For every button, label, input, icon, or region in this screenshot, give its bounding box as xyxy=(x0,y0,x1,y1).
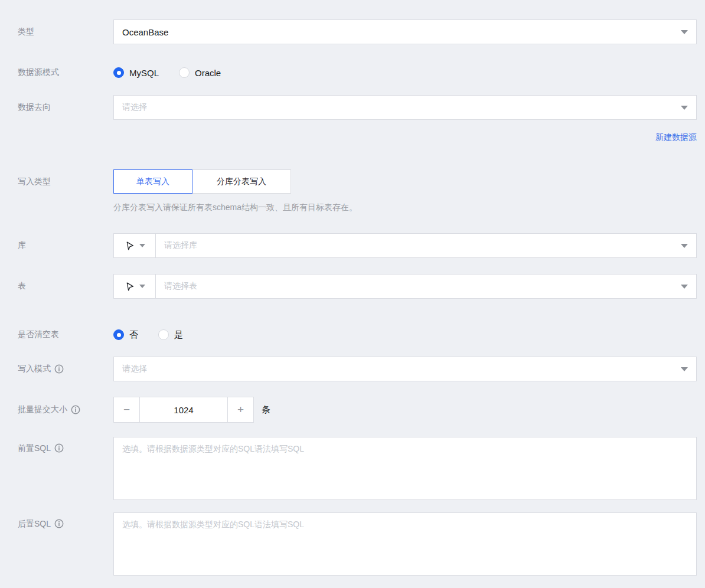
datasource-mode-row: 数据源模式 MySQL Oracle xyxy=(0,65,697,80)
write-type-hint: 分库分表写入请保证所有表schema结构一致、且所有目标表存在。 xyxy=(113,202,357,213)
batch-size-stepper: − 1024 + xyxy=(113,397,254,423)
destination-placeholder: 请选择 xyxy=(122,102,147,113)
datasource-destination-form: 类型 OceanBase 数据源模式 MySQL Oracle xyxy=(0,19,705,588)
write-type-row: 写入类型 单表写入 分库分表写入 xyxy=(0,169,697,194)
write-type-label: 写入类型 xyxy=(0,169,113,194)
chevron-down-icon xyxy=(681,106,688,110)
table-label: 表 xyxy=(0,274,113,299)
datasource-mode-label: 数据源模式 xyxy=(0,65,113,80)
datasource-mode-radio-group: MySQL Oracle xyxy=(113,67,221,78)
write-type-tab-group: 单表写入 分库分表写入 xyxy=(113,169,291,194)
radio-mysql[interactable]: MySQL xyxy=(113,67,159,78)
chevron-down-icon xyxy=(139,285,145,288)
info-icon[interactable] xyxy=(71,405,80,414)
new-datasource-row: 新建数据源 xyxy=(0,132,697,143)
radio-oracle[interactable]: Oracle xyxy=(179,67,221,78)
write-mode-placeholder: 请选择 xyxy=(122,364,147,374)
write-mode-label: 写入模式 xyxy=(18,364,51,374)
stepper-decrease-button[interactable]: − xyxy=(113,397,140,423)
chevron-down-icon xyxy=(681,285,688,289)
radio-yes[interactable]: 是 xyxy=(158,329,183,341)
write-type-hint-row: 分库分表写入请保证所有表schema结构一致、且所有目标表存在。 xyxy=(0,202,697,214)
cursor-select-icon xyxy=(125,241,135,251)
post-sql-textarea[interactable] xyxy=(113,512,697,576)
database-label: 库 xyxy=(0,233,113,258)
destination-label: 数据去向 xyxy=(0,95,113,120)
database-row: 库 请选择库 xyxy=(0,233,697,258)
pre-sql-textarea[interactable] xyxy=(113,437,697,500)
destination-row: 数据去向 请选择 xyxy=(0,95,697,120)
radio-no[interactable]: 否 xyxy=(113,329,138,341)
info-icon[interactable] xyxy=(54,443,64,453)
type-select-value: OceanBase xyxy=(122,27,168,37)
new-datasource-link[interactable]: 新建数据源 xyxy=(655,132,697,143)
chevron-down-icon xyxy=(681,244,688,248)
write-mode-row: 写入模式 请选择 xyxy=(0,357,697,381)
batch-size-unit: 条 xyxy=(262,404,270,416)
table-row: 表 请选择表 xyxy=(0,274,697,299)
tab-sharded-table-write[interactable]: 分库分表写入 xyxy=(192,169,291,194)
type-select[interactable]: OceanBase xyxy=(113,19,697,44)
write-mode-select[interactable]: 请选择 xyxy=(113,357,697,381)
database-placeholder: 请选择库 xyxy=(164,240,197,251)
truncate-radio-group: 否 是 xyxy=(113,329,183,341)
table-placeholder: 请选择表 xyxy=(164,281,197,292)
table-selector-mode-button[interactable] xyxy=(113,274,156,299)
pre-sql-label: 前置SQL xyxy=(18,443,51,454)
info-icon[interactable] xyxy=(54,519,64,528)
table-select[interactable]: 请选择表 xyxy=(155,274,697,299)
truncate-label: 是否清空表 xyxy=(0,327,113,342)
info-icon[interactable] xyxy=(54,364,64,374)
radio-unselected-icon xyxy=(179,67,190,78)
chevron-down-icon xyxy=(139,244,145,247)
batch-size-value[interactable]: 1024 xyxy=(139,397,228,423)
truncate-row: 是否清空表 否 是 xyxy=(0,327,697,342)
type-label: 类型 xyxy=(0,19,113,44)
radio-unselected-icon xyxy=(158,329,169,340)
pre-sql-row: 前置SQL xyxy=(0,437,697,500)
stepper-increase-button[interactable]: + xyxy=(227,397,254,423)
chevron-down-icon xyxy=(681,367,688,371)
database-selector-mode-button[interactable] xyxy=(113,233,156,258)
batch-size-row: 批量提交大小 − 1024 + 条 xyxy=(0,397,697,423)
chevron-down-icon xyxy=(681,30,688,34)
post-sql-row: 后置SQL xyxy=(0,512,697,576)
cursor-select-icon xyxy=(125,282,135,292)
batch-size-label: 批量提交大小 xyxy=(18,404,67,415)
tab-single-table-write[interactable]: 单表写入 xyxy=(113,169,192,194)
type-row: 类型 OceanBase xyxy=(0,19,697,44)
database-select[interactable]: 请选择库 xyxy=(155,233,697,258)
post-sql-label: 后置SQL xyxy=(18,519,51,530)
destination-select[interactable]: 请选择 xyxy=(113,95,697,120)
radio-selected-icon xyxy=(113,329,124,340)
radio-selected-icon xyxy=(113,67,124,78)
